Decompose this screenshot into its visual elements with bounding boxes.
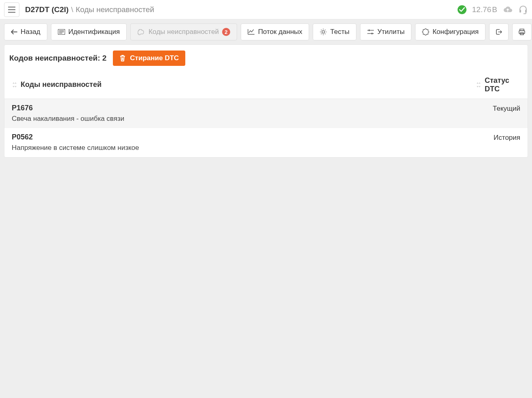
tab-tests[interactable]: Тесты [313, 23, 356, 40]
menu-button[interactable] [4, 2, 19, 17]
tab-identification-label: Идентификация [68, 28, 120, 36]
voltage-unit: В [492, 5, 497, 14]
tab-configuration[interactable]: Конфигурация [415, 23, 485, 40]
fault-codes-badge: 2 [222, 28, 230, 36]
tab-data-stream-label: Поток данных [258, 28, 302, 36]
table-header: Коды неисправностей Статус DTC [4, 73, 528, 99]
cloud-icon[interactable] [503, 6, 513, 14]
panel-title-prefix: Кодов неисправностей: [9, 54, 100, 62]
tab-configuration-label: Конфигурация [432, 28, 479, 36]
svg-rect-1 [525, 10, 527, 13]
sliders-icon [367, 29, 374, 35]
svg-rect-7 [519, 31, 525, 34]
topbar-right: 12.76В [458, 5, 528, 15]
voltage-readout: 12.76В [472, 5, 497, 14]
column-header-status[interactable]: Статус DTC [476, 76, 520, 93]
tab-identification[interactable]: Идентификация [51, 23, 127, 40]
dtc-code: P1676 [12, 104, 476, 112]
dtc-code: P0562 [12, 133, 476, 141]
arrow-left-icon [11, 29, 17, 35]
panel-title-count: 2 [102, 54, 107, 62]
dtc-table: Коды неисправностей Статус DTC P1676 Све… [4, 73, 528, 157]
tab-fault-codes[interactable]: Коды неисправностей 2 [130, 23, 237, 40]
print-button[interactable] [512, 23, 532, 40]
erase-dtc-label: Стирание DTC [130, 54, 179, 62]
table-row[interactable]: P1676 Свеча накаливания - ошибка связи Т… [4, 99, 528, 128]
breadcrumb-page: Коды неисправностей [76, 5, 154, 14]
sun-icon [320, 28, 327, 36]
puzzle-icon [422, 28, 429, 36]
sort-icon [12, 82, 17, 88]
breadcrumb-device: D27DT (C2I) [25, 5, 69, 14]
hamburger-icon [8, 6, 15, 13]
svg-rect-5 [371, 33, 373, 34]
chart-line-icon [248, 29, 255, 35]
dtc-description: Свеча накаливания - ошибка связи [12, 115, 476, 123]
headset-icon[interactable] [518, 5, 528, 15]
sort-icon [476, 82, 481, 88]
column-header-codes[interactable]: Коды неисправностей [12, 80, 476, 89]
dtc-status: Текущий [476, 104, 520, 123]
column-header-codes-label: Коды неисправностей [21, 80, 102, 89]
table-row[interactable]: P0562 Напряжение в системе слишком низко… [4, 128, 528, 157]
breadcrumb: D27DT (C2I) \ Коды неисправностей [25, 5, 154, 14]
back-label: Назад [21, 28, 40, 36]
voltage-value: 12.76 [472, 5, 492, 14]
column-header-status-line1: Статус [485, 76, 509, 85]
tab-data-stream[interactable]: Поток данных [241, 23, 309, 40]
export-button[interactable] [489, 23, 509, 40]
tab-utilities[interactable]: Утилиты [360, 23, 412, 40]
tab-fault-codes-label: Коды неисправностей [148, 28, 219, 36]
column-header-status-line2: DTC [485, 85, 509, 93]
back-button[interactable]: Назад [4, 23, 47, 40]
dtc-description: Напряжение в системе слишком низкое [12, 144, 476, 152]
panel-title: Кодов неисправностей: 2 [9, 54, 106, 63]
trash-icon [119, 55, 126, 62]
panel-header: Кодов неисправностей: 2 Стирание DTC [4, 45, 528, 73]
tab-tests-label: Тесты [330, 28, 349, 36]
engine-icon [137, 29, 145, 35]
topbar: D27DT (C2I) \ Коды неисправностей 12.76В [0, 0, 532, 19]
breadcrumb-separator: \ [71, 5, 73, 14]
printer-icon [518, 28, 526, 36]
list-icon [58, 29, 65, 35]
toolbar: Назад Идентификация Коды неисправностей … [0, 19, 532, 44]
status-ok-icon [458, 5, 466, 14]
svg-point-3 [322, 31, 324, 33]
erase-dtc-button[interactable]: Стирание DTC [113, 51, 185, 66]
svg-rect-0 [519, 10, 521, 13]
tab-utilities-label: Утилиты [377, 28, 405, 36]
fault-codes-panel: Кодов неисправностей: 2 Стирание DTC Код… [4, 44, 528, 158]
dtc-status: История [476, 133, 520, 152]
svg-rect-4 [369, 29, 370, 31]
exit-icon [495, 28, 502, 36]
